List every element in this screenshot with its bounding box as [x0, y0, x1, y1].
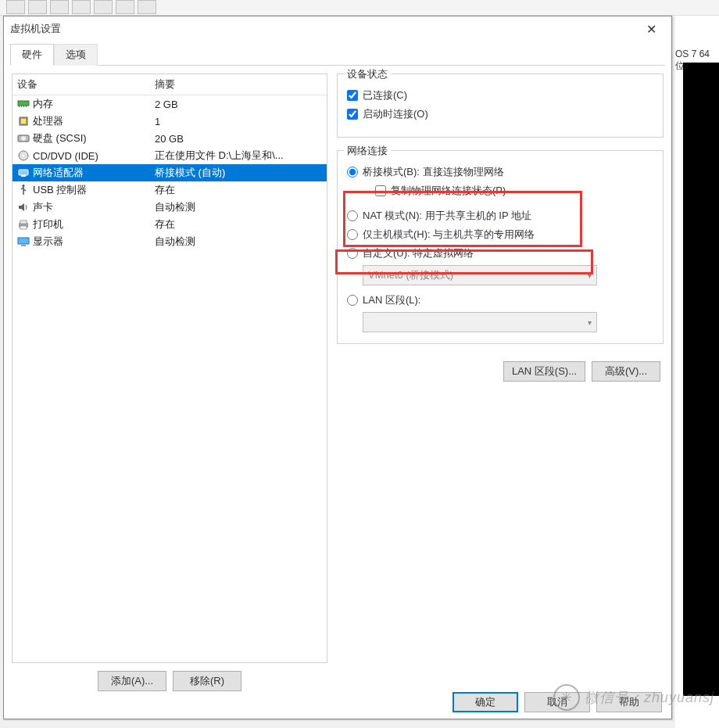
device-name: 硬盘 (SCSI) — [33, 131, 87, 145]
lan-segments-button[interactable]: LAN 区段(S)... — [503, 361, 585, 382]
device-list-header: 设备 摘要 — [13, 74, 327, 95]
device-summary: 1 — [155, 116, 322, 127]
connected-checkbox-row[interactable]: 已连接(C) — [347, 88, 653, 102]
svg-rect-4 — [26, 106, 27, 107]
tool-icon — [6, 0, 25, 14]
cancel-button[interactable]: 取消 — [524, 692, 590, 712]
device-name: 处理器 — [33, 114, 63, 128]
nat-radio[interactable] — [347, 210, 358, 221]
device-name: USB 控制器 — [33, 183, 87, 197]
cpu-icon — [17, 116, 30, 127]
connect-on-power-label: 启动时连接(O) — [363, 107, 428, 121]
add-device-button[interactable]: 添加(A)... — [98, 671, 166, 691]
chevron-down-icon: ▾ — [588, 318, 592, 327]
replicate-checkbox-row[interactable]: 复制物理网络连接状态(P) — [375, 184, 653, 198]
device-summary: 桥接模式 (自动) — [155, 166, 322, 180]
tool-icon — [72, 0, 91, 14]
svg-rect-1 — [19, 106, 20, 107]
custom-radio-row[interactable]: 自定义(U): 特定虚拟网络 — [347, 246, 653, 260]
ok-button[interactable]: 确定 — [453, 692, 518, 712]
replicate-label: 复制物理网络连接状态(P) — [391, 184, 506, 198]
device-summary: 自动检测 — [155, 235, 322, 249]
col-summary[interactable]: 摘要 — [155, 77, 322, 91]
custom-network-value: VMnet0 (桥接模式) — [368, 268, 453, 282]
svg-rect-12 — [21, 175, 26, 177]
device-row-cpu[interactable]: 处理器 1 — [13, 113, 327, 130]
titlebar: 虚拟机设置 ✕ — [4, 16, 671, 41]
device-name: CD/DVD (IDE) — [33, 150, 98, 162]
connect-on-power-checkbox[interactable] — [347, 109, 358, 120]
hostonly-radio-row[interactable]: 仅主机模式(H): 与主机共享的专用网络 — [347, 228, 653, 242]
device-name: 内存 — [33, 97, 53, 111]
remove-device-button[interactable]: 移除(R) — [173, 671, 241, 691]
svg-rect-16 — [20, 226, 27, 229]
custom-radio[interactable] — [347, 248, 358, 259]
custom-network-combo: VMnet0 (桥接模式) ▾ — [363, 265, 597, 285]
bridged-label: 桥接模式(B): 直接连接物理网络 — [363, 165, 504, 179]
memory-icon — [17, 99, 30, 109]
hostonly-label: 仅主机模式(H): 与主机共享的专用网络 — [363, 228, 535, 242]
device-row-memory[interactable]: 内存 2 GB — [13, 95, 327, 113]
bridged-radio[interactable] — [347, 167, 358, 178]
usb-icon — [17, 185, 30, 195]
printer-icon — [17, 219, 30, 230]
device-summary: 存在 — [155, 217, 322, 231]
help-button[interactable]: 帮助 — [596, 692, 662, 712]
device-row-network[interactable]: 网络适配器 桥接模式 (自动) — [13, 164, 327, 181]
col-device[interactable]: 设备 — [17, 77, 155, 91]
hostonly-radio[interactable] — [347, 229, 358, 240]
device-row-sound[interactable]: 声卡 自动检测 — [13, 199, 327, 216]
vm-console-viewport — [683, 63, 719, 696]
dialog-title: 虚拟机设置 — [10, 22, 637, 36]
advanced-button[interactable]: 高级(V)... — [592, 361, 660, 382]
network-connection-title: 网络连接 — [344, 144, 391, 158]
sound-icon — [17, 202, 30, 213]
device-row-display[interactable]: 显示器 自动检测 — [13, 233, 327, 250]
lan-radio-row[interactable]: LAN 区段(L): — [347, 293, 653, 307]
background-right-strip: OS 7 64 位 — [675, 16, 719, 728]
device-summary: 自动检测 — [155, 200, 322, 214]
replicate-checkbox[interactable] — [375, 185, 386, 196]
connect-on-power-checkbox-row[interactable]: 启动时连接(O) — [347, 107, 653, 121]
svg-point-8 — [21, 136, 26, 141]
lan-segment-combo: ▾ — [363, 312, 597, 332]
connected-checkbox[interactable] — [347, 90, 358, 101]
tabstrip: 硬件 选项 — [10, 41, 665, 66]
tool-icon — [116, 0, 134, 14]
svg-rect-3 — [23, 106, 24, 107]
svg-rect-18 — [21, 245, 26, 246]
background-toolbar — [0, 0, 719, 16]
cd-icon — [17, 150, 30, 161]
svg-point-10 — [23, 155, 25, 157]
device-name: 网络适配器 — [33, 166, 84, 180]
nat-radio-row[interactable]: NAT 模式(N): 用于共享主机的 IP 地址 — [347, 209, 653, 223]
device-summary: 20 GB — [155, 133, 322, 145]
device-name: 打印机 — [33, 217, 63, 231]
custom-label: 自定义(U): 特定虚拟网络 — [363, 246, 474, 260]
tab-options[interactable]: 选项 — [54, 44, 98, 66]
svg-rect-6 — [21, 119, 26, 124]
device-list: 设备 摘要 内存 2 GB 处理器 1 硬盘 (SCSI) 20 GB CD/D… — [12, 74, 327, 663]
tool-icon — [28, 0, 47, 14]
svg-rect-0 — [18, 101, 29, 106]
nat-label: NAT 模式(N): 用于共享主机的 IP 地址 — [363, 209, 531, 223]
device-row-printer[interactable]: 打印机 存在 — [13, 216, 327, 233]
device-name: 显示器 — [33, 235, 63, 249]
device-row-disk[interactable]: 硬盘 (SCSI) 20 GB — [13, 130, 327, 147]
tab-hardware[interactable]: 硬件 — [10, 44, 54, 66]
lan-radio[interactable] — [347, 295, 358, 306]
lan-label: LAN 区段(L): — [363, 293, 420, 307]
close-button[interactable]: ✕ — [637, 18, 665, 40]
svg-rect-11 — [19, 170, 28, 175]
device-row-usb[interactable]: USB 控制器 存在 — [13, 181, 327, 199]
device-row-cd[interactable]: CD/DVD (IDE) 正在使用文件 D:\上海呈和\... — [13, 147, 327, 164]
network-connection-group: 网络连接 桥接模式(B): 直接连接物理网络 复制物理网络连接状态(P) NAT… — [337, 150, 664, 344]
network-icon — [17, 167, 30, 178]
device-summary: 2 GB — [155, 99, 322, 110]
svg-rect-15 — [20, 221, 27, 224]
device-summary: 存在 — [155, 183, 322, 197]
bridged-radio-row[interactable]: 桥接模式(B): 直接连接物理网络 — [347, 165, 653, 179]
svg-rect-17 — [18, 238, 29, 244]
device-state-title: 设备状态 — [344, 67, 391, 81]
device-summary: 正在使用文件 D:\上海呈和\... — [155, 149, 322, 163]
